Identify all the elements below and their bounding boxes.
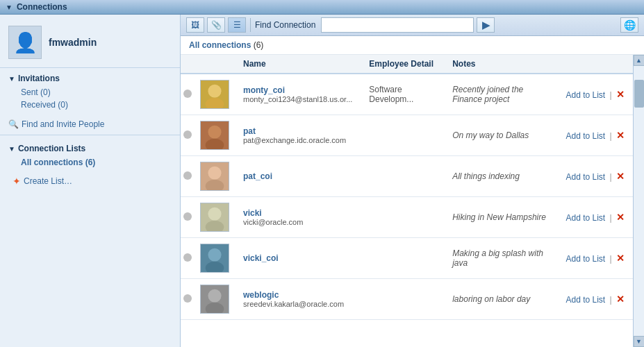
- remove-button[interactable]: ✕: [616, 212, 625, 223]
- photo-cell: [197, 156, 235, 197]
- person-name[interactable]: monty_coi: [243, 85, 285, 95]
- action-separator: |: [607, 295, 611, 305]
- photo-cell: [197, 74, 235, 115]
- user-section: 👤 fmwadmin: [0, 20, 180, 68]
- connection-lists-header-label: Connection Lists: [18, 144, 85, 153]
- find-invite[interactable]: 🔍 Find and Invite People: [0, 117, 180, 132]
- person-email: sreedevi.kakarla@oracle.com: [243, 300, 352, 308]
- action-separator: |: [607, 90, 611, 100]
- notes-cell: laboring on labor day: [444, 279, 557, 320]
- svg-point-16: [208, 289, 221, 303]
- create-list-label: Create List…: [24, 176, 72, 186]
- action-separator: |: [607, 213, 611, 223]
- create-list[interactable]: ✦ Create List…: [0, 174, 180, 188]
- scroll-thumb[interactable]: [634, 80, 644, 108]
- svg-point-13: [208, 248, 221, 262]
- person-name[interactable]: weblogic: [243, 290, 279, 300]
- person-avatar: [200, 203, 229, 232]
- invitations-header[interactable]: ▼ Invitations: [8, 74, 172, 83]
- invitations-arrow-icon: ▼: [8, 75, 15, 83]
- table-row: patpat@exchange.idc.oracle.comOn my way …: [181, 115, 633, 156]
- notes-cell: All things indexing: [444, 156, 557, 197]
- action-separator: |: [607, 172, 611, 182]
- user-avatar: 👤: [8, 26, 42, 59]
- globe-button[interactable]: 🌐: [620, 17, 638, 33]
- presence-dot: [183, 171, 192, 180]
- title-bar-label: Connections: [17, 2, 67, 12]
- actions-cell: Add to List | ✕: [557, 197, 633, 238]
- presence-dot: [183, 130, 192, 139]
- table-row: vickivicki@oracle.comHiking in New Hamps…: [181, 197, 633, 238]
- presence-dot: [183, 212, 192, 221]
- photo-cell: [197, 238, 235, 279]
- person-name[interactable]: pat_coi: [243, 171, 272, 181]
- employee-detail-cell: [361, 279, 444, 320]
- remove-button[interactable]: ✕: [616, 171, 625, 182]
- toolbar-separator: [250, 18, 251, 32]
- scroll-down-button[interactable]: ▼: [634, 336, 645, 347]
- remove-button[interactable]: ✕: [616, 89, 625, 100]
- title-bar: ▼ Connections: [0, 0, 644, 15]
- sent-label: Sent (0): [21, 87, 51, 97]
- connection-lists-header[interactable]: ▼ Connection Lists: [8, 144, 172, 153]
- actions-cell: Add to List | ✕: [557, 156, 633, 197]
- add-to-list-button[interactable]: Add to List: [565, 172, 605, 182]
- add-to-list-button[interactable]: Add to List: [565, 213, 605, 223]
- add-to-list-button[interactable]: Add to List: [565, 90, 605, 100]
- remove-button[interactable]: ✕: [616, 130, 625, 141]
- sidebar-item-all-connections[interactable]: All connections (6): [8, 156, 172, 169]
- table-scroll-area: Name Employee Detail Notes monty_coimont…: [181, 55, 644, 347]
- user-name: fmwadmin: [49, 37, 97, 48]
- person-name[interactable]: vicki_coi: [243, 253, 279, 263]
- svg-point-1: [208, 85, 221, 98]
- table-row: pat_coiAll things indexingAdd to List | …: [181, 156, 633, 197]
- person-avatar: [200, 162, 229, 191]
- connection-lists-section: ▼ Connection Lists All connections (6): [0, 138, 180, 174]
- toolbar-btn-profile[interactable]: 🖼: [186, 17, 204, 33]
- person-name[interactable]: vicki: [243, 208, 262, 218]
- remove-button[interactable]: ✕: [616, 253, 625, 264]
- scrollbar: ▲ ▼: [633, 55, 644, 347]
- toolbar-right: 🌐: [620, 17, 638, 33]
- go-arrow-icon: ▶: [482, 19, 490, 31]
- svg-point-10: [208, 208, 221, 221]
- col-presence: [181, 55, 197, 74]
- svg-point-4: [208, 126, 221, 139]
- sidebar-item-received[interactable]: Received (0): [8, 99, 172, 111]
- sidebar-divider: [0, 135, 180, 135]
- photo-cell: [197, 197, 235, 238]
- add-to-list-button[interactable]: Add to List: [565, 295, 605, 305]
- add-to-list-button[interactable]: Add to List: [565, 254, 605, 264]
- name-cell: vickivicki@oracle.com: [235, 197, 361, 238]
- action-separator: |: [607, 254, 611, 264]
- all-connections-link[interactable]: All connections: [189, 40, 251, 50]
- toolbar-btn-list[interactable]: ☰: [228, 17, 246, 33]
- connection-lists-arrow-icon: ▼: [8, 145, 15, 153]
- add-to-list-button[interactable]: Add to List: [565, 131, 605, 141]
- scroll-up-button[interactable]: ▲: [634, 55, 645, 66]
- scroll-track: [634, 66, 645, 336]
- invitations-header-label: Invitations: [18, 74, 60, 83]
- connections-table: Name Employee Detail Notes monty_coimont…: [181, 55, 633, 347]
- search-icon: 🔍: [8, 119, 19, 129]
- find-connection-input[interactable]: [321, 17, 474, 33]
- employee-detail-cell: [361, 156, 444, 197]
- notes-cell: Recently joined the Finance project: [444, 74, 557, 115]
- actions-cell: Add to List | ✕: [557, 115, 633, 156]
- col-actions: [557, 55, 633, 74]
- table-row: vicki_coiMaking a big splash with javaAd…: [181, 238, 633, 279]
- connections-header: All connections (6): [181, 36, 644, 55]
- content-area: 🖼 📎 ☰ Find Connection ▶ 🌐 All connection…: [181, 15, 644, 347]
- presence-cell: [181, 156, 197, 197]
- user-avatar-icon: 👤: [13, 31, 38, 54]
- find-go-button[interactable]: ▶: [477, 17, 495, 33]
- person-name[interactable]: pat: [243, 126, 256, 136]
- table-row: weblogicsreedevi.kakarla@oracle.comlabor…: [181, 279, 633, 320]
- remove-button[interactable]: ✕: [616, 294, 625, 305]
- name-cell: monty_coimonty_coi1234@stanl18.us.or...: [235, 74, 361, 115]
- toolbar-btn-attach[interactable]: 📎: [207, 17, 225, 33]
- sidebar-item-sent[interactable]: Sent (0): [8, 86, 172, 99]
- action-separator: |: [607, 131, 611, 141]
- person-email: pat@exchange.idc.oracle.com: [243, 136, 352, 144]
- main-layout: 👤 fmwadmin ▼ Invitations Sent (0) Receiv…: [0, 15, 644, 347]
